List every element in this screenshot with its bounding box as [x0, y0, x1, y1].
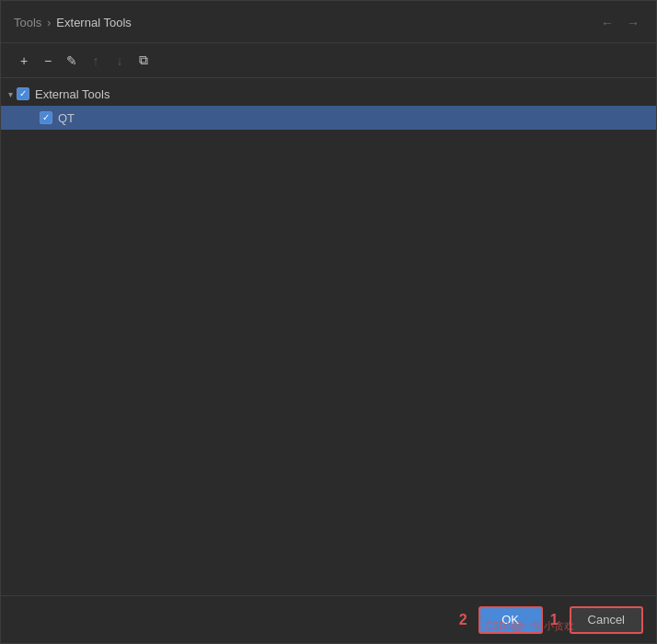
nav-back-button[interactable]: ← — [597, 14, 617, 32]
header: Tools › External Tools ← → — [1, 1, 656, 43]
edit-button[interactable]: ✎ — [62, 51, 82, 71]
content-area: ▾ ✓ External Tools ✓ QT — [1, 78, 656, 595]
breadcrumb-parent[interactable]: Tools — [14, 16, 41, 29]
remove-button[interactable]: − — [38, 51, 58, 71]
nav-forward-button[interactable]: → — [623, 14, 643, 32]
tree-group-item[interactable]: ▾ ✓ External Tools — [1, 82, 656, 106]
breadcrumb: Tools › External Tools — [14, 16, 132, 29]
copy-button[interactable]: ⧉ — [133, 51, 154, 71]
breadcrumb-separator: › — [47, 17, 51, 29]
group-checkbox[interactable]: ✓ — [17, 87, 29, 100]
ok-button[interactable]: OK — [478, 606, 543, 634]
footer-label-2-group: 2 — [459, 612, 471, 628]
dialog: Tools › External Tools ← → + − ✎ ↑ ↓ ⧉ ▾… — [0, 0, 657, 644]
breadcrumb-current: External Tools — [56, 16, 131, 29]
move-down-button[interactable]: ↓ — [110, 51, 130, 71]
footer-label-1-group: 1 — [550, 612, 562, 628]
add-button[interactable]: + — [14, 51, 34, 71]
toolbar: + − ✎ ↑ ↓ ⧉ — [1, 43, 656, 78]
expand-arrow-icon: ▾ — [8, 89, 13, 99]
tree-panel[interactable]: ▾ ✓ External Tools ✓ QT — [1, 78, 656, 595]
tree-child-item[interactable]: ✓ QT — [1, 106, 656, 130]
footer: 2 OK 1 Cancel — [1, 595, 656, 643]
annotation-label-2: 2 — [459, 612, 467, 628]
annotation-label-1: 1 — [550, 612, 559, 628]
child-checkbox[interactable]: ✓ — [40, 111, 52, 124]
tree-group-label: External Tools — [35, 87, 110, 101]
move-up-button[interactable]: ↑ — [86, 51, 106, 71]
nav-arrows: ← → — [597, 14, 643, 32]
tree-child-label: QT — [58, 111, 75, 125]
cancel-button[interactable]: Cancel — [570, 606, 643, 634]
